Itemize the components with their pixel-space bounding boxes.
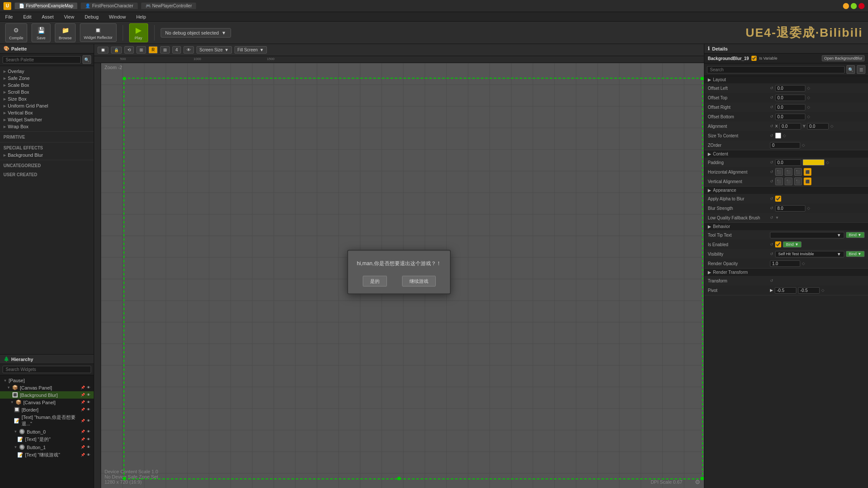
offset-top-reset[interactable]: ↺	[770, 95, 773, 100]
padding-color-swatch[interactable]	[803, 159, 824, 165]
compile-button[interactable]: ⚙ Compile	[5, 23, 27, 42]
palette-search-input[interactable]	[3, 56, 81, 63]
hierarchy-search-input[interactable]	[3, 366, 91, 373]
details-search-button[interactable]: 🔍	[846, 65, 855, 74]
menu-debug[interactable]: Debug	[83, 13, 100, 20]
hier-button0[interactable]: ▼ 🔘 Button_0 📌 👁	[0, 428, 94, 435]
h-align-fill[interactable]: ⬛	[804, 168, 811, 176]
menu-help[interactable]: Help	[134, 13, 148, 20]
visibility-dropdown[interactable]: Self Hit Test Invisible ▼	[775, 251, 844, 257]
offset-right-reset[interactable]: ↺	[770, 105, 773, 109]
palette-item-safe-zone[interactable]: ▶ Safe Zone	[0, 75, 94, 82]
lq-reset[interactable]: ↺	[770, 215, 773, 220]
offset-top-pin[interactable]: ◇	[807, 95, 810, 100]
alignment-reset[interactable]: ↺	[770, 124, 773, 128]
widget-reflector-button[interactable]: 🔲 Widget Reflector	[80, 23, 117, 42]
blur-strength-input[interactable]	[775, 205, 805, 212]
offset-bottom-pin[interactable]: ◇	[807, 114, 810, 119]
vp-fill-screen-dropdown[interactable]: Fill Screen ▼	[234, 46, 267, 54]
menu-window[interactable]: Window	[107, 13, 127, 20]
hier-btn1-eye-icon[interactable]: 👁	[87, 445, 90, 449]
blur-pin[interactable]: ◇	[807, 206, 810, 210]
offset-right-input[interactable]	[775, 104, 805, 111]
palette-item-size-box[interactable]: ▶ Size Box	[0, 95, 94, 102]
is-enabled-bind-button[interactable]: Bind ▼	[783, 241, 801, 247]
hier-text-eye-icon[interactable]: 👁	[87, 419, 90, 423]
offset-bottom-reset[interactable]: ↺	[770, 114, 773, 119]
menu-edit[interactable]: Edit	[22, 13, 33, 20]
h-align-right[interactable]: ⬛	[794, 168, 802, 176]
vp-eye-btn[interactable]: 👁	[184, 46, 194, 54]
palette-item-widget-switcher[interactable]: ▶ Widget Switcher	[0, 116, 94, 123]
menu-file[interactable]: File	[3, 13, 15, 20]
alignment-y-input[interactable]	[807, 123, 829, 130]
play-button[interactable]: ▶ Play	[129, 23, 148, 42]
palette-item-background-blur[interactable]: ▶ Background Blur	[0, 152, 94, 158]
palette-item-wrap-box[interactable]: ▶ Wrap Box	[0, 123, 94, 130]
hier-pause[interactable]: ▼ [Pause]	[0, 377, 94, 384]
hier-text-yes-eye-icon[interactable]: 👁	[87, 437, 90, 441]
menu-view[interactable]: View	[62, 13, 76, 20]
offset-right-pin[interactable]: ◇	[807, 105, 810, 109]
v-align-top[interactable]: ⬛	[775, 177, 783, 185]
tooltip-dropdown[interactable]: ▼	[770, 232, 844, 238]
tab-character[interactable]: 👤 FirstPersonCharacter	[81, 3, 137, 9]
minimize-button[interactable]	[843, 3, 849, 9]
hier-canvas-panel-1[interactable]: ▼ 📦 [Canvas Panel] 📌 👁	[0, 384, 94, 391]
alignment-pin[interactable]: ◇	[830, 124, 833, 128]
close-button[interactable]	[858, 3, 865, 9]
hier-bg-eye-icon[interactable]: 👁	[87, 393, 90, 397]
padding-reset[interactable]: ↺	[770, 160, 773, 165]
zorder-pin[interactable]: ◇	[802, 143, 805, 147]
vp-move-btn[interactable]: ⟲	[124, 46, 134, 54]
blur-reset[interactable]: ↺	[770, 206, 773, 210]
padding-pin[interactable]: ◇	[826, 160, 829, 165]
hier-eye-icon[interactable]: 👁	[87, 386, 90, 390]
open-background-blur-button[interactable]: Open BackgroundBlur	[822, 55, 865, 61]
behavior-section-header[interactable]: ▶ Behavior	[704, 223, 868, 230]
render-transform-header[interactable]: ▶ Render Transform	[704, 269, 868, 276]
vp-screen-size-dropdown[interactable]: Screen Size ▼	[196, 46, 232, 54]
hier-text-cont-eye-icon[interactable]: 👁	[87, 453, 90, 457]
hier-button1[interactable]: ▼ 🔘 Button_1 📌 👁	[0, 444, 94, 451]
hier-canvas2-eye-icon[interactable]: 👁	[87, 400, 90, 404]
palette-search-button[interactable]: 🔍	[82, 55, 91, 64]
offset-left-reset[interactable]: ↺	[770, 86, 773, 90]
dialog-continue-button[interactable]: 继续游戏	[402, 276, 436, 287]
offset-left-pin[interactable]: ◇	[807, 86, 810, 90]
hier-text-human[interactable]: 📝 [Text] "human,你是否想要退..." 📌 👁	[0, 413, 94, 428]
zorder-input[interactable]	[770, 142, 800, 149]
hier-btn0-eye-icon[interactable]: 👁	[87, 430, 90, 434]
size-content-pin[interactable]: ◇	[783, 133, 786, 138]
is-enabled-checkbox[interactable]	[775, 241, 781, 247]
alpha-reset[interactable]: ↺	[770, 196, 773, 201]
v-align-center[interactable]: ⬛	[785, 177, 792, 185]
vp-zoom-btn[interactable]: 🔲	[98, 47, 108, 54]
h-align-center[interactable]: ⬛	[785, 168, 792, 176]
v-align-bottom[interactable]: ⬛	[794, 177, 802, 185]
pivot-y-input[interactable]	[798, 287, 820, 294]
visibility-reset[interactable]: ↺	[770, 252, 773, 256]
visibility-bind-button[interactable]: Bind ▼	[846, 251, 865, 257]
hier-text-yes[interactable]: 📝 [Text] "是的" 📌 👁	[0, 435, 94, 444]
alignment-x-input[interactable]	[779, 123, 801, 130]
hier-border-eye-icon[interactable]: 👁	[87, 408, 90, 412]
palette-item-scale-box[interactable]: ▶ Scale Box	[0, 82, 94, 89]
size-content-reset[interactable]: ↺	[770, 133, 773, 138]
palette-item-scroll-box[interactable]: ▶ Scroll Box	[0, 89, 94, 95]
viewport-canvas[interactable]: 500 1000 1500 Zoom -2 hi,man,你是否想要退出这个游戏…	[94, 56, 704, 488]
opacity-pin[interactable]: ◇	[802, 261, 805, 266]
offset-top-input[interactable]	[775, 95, 805, 101]
tab-controller[interactable]: 🎮 NewPlayerController	[141, 3, 196, 9]
is-variable-checkbox[interactable]	[751, 56, 757, 61]
vp-align-btn[interactable]: ⊞	[136, 46, 146, 54]
apply-alpha-checkbox[interactable]	[775, 196, 781, 202]
pivot-pin[interactable]: ◇	[821, 288, 824, 292]
hier-background-blur[interactable]: 🔳 [Background Blur] 📌 👁	[0, 391, 94, 399]
hier-text-continue[interactable]: 📝 [Text] "继续游戏" 📌 👁	[0, 451, 94, 459]
palette-item-overlay[interactable]: ▶ Overlay	[0, 68, 94, 75]
h-align-left[interactable]: ⬛	[775, 168, 783, 176]
content-section-header[interactable]: ▶ Content	[704, 150, 868, 158]
hier-canvas-panel-2[interactable]: ▼ 📦 [Canvas Panel] 📌 👁	[0, 399, 94, 406]
debug-filter-dropdown[interactable]: No debug object selected ▼	[161, 28, 231, 38]
